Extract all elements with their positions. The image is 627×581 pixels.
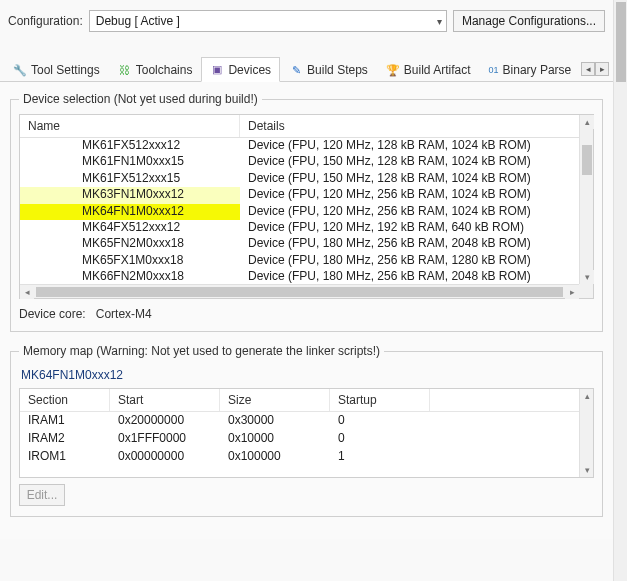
mem-cell: 0x00000000 [110, 448, 220, 466]
mem-col-start[interactable]: Start [110, 389, 220, 411]
mem-col-size[interactable]: Size [220, 389, 330, 411]
device-name-cell: MK64FX512xxx12 [20, 220, 240, 236]
device-col-details[interactable]: Details [240, 115, 593, 137]
window-vertical-scrollbar[interactable] [613, 0, 627, 581]
device-details-cell: Device (FPU, 120 MHz, 128 kB RAM, 1024 k… [240, 138, 593, 154]
device-name-cell: MK65FX1M0xxx18 [20, 253, 240, 269]
chip-icon: ▣ [210, 63, 224, 77]
mem-cell: 0x30000 [220, 412, 330, 430]
table-row[interactable]: IRAM10x200000000x300000 [20, 412, 593, 430]
device-name-cell: MK61FN1M0xxx15 [20, 154, 240, 170]
table-row[interactable]: MK63FN1M0xxx12Device (FPU, 120 MHz, 256 … [20, 187, 593, 203]
memory-vertical-scrollbar[interactable]: ▴ ▾ [579, 389, 593, 477]
mem-cell: 0 [330, 412, 430, 430]
device-rows: MK61FX512xxx12Device (FPU, 120 MHz, 128 … [20, 138, 593, 286]
device-core-row: Device core: Cortex-M4 [19, 307, 594, 321]
edit-button[interactable]: Edit... [19, 484, 65, 506]
device-details-cell: Device (FPU, 120 MHz, 256 kB RAM, 1024 k… [240, 204, 593, 220]
device-core-label: Device core: [19, 307, 86, 321]
mem-col-section[interactable]: Section [20, 389, 110, 411]
scroll-left-icon[interactable]: ◂ [20, 285, 34, 299]
tab-scroll-right-button[interactable]: ▸ [595, 62, 609, 76]
device-details-cell: Device (FPU, 150 MHz, 128 kB RAM, 1024 k… [240, 171, 593, 187]
mem-cell [430, 448, 593, 466]
memory-rows: IRAM10x200000000x300000IRAM20x1FFF00000x… [20, 412, 593, 466]
table-row[interactable]: MK61FN1M0xxx15Device (FPU, 150 MHz, 128 … [20, 154, 593, 170]
device-details-cell: Device (FPU, 150 MHz, 128 kB RAM, 1024 k… [240, 154, 593, 170]
tab-build-steps[interactable]: ✎ Build Steps [280, 57, 377, 82]
mem-cell [430, 430, 593, 448]
mem-cell: 0x10000 [220, 430, 330, 448]
wrench-icon: 🔧 [13, 63, 27, 77]
device-core-value: Cortex-M4 [96, 307, 152, 321]
scroll-thumb[interactable] [616, 2, 626, 82]
device-vertical-scrollbar[interactable]: ▴ ▾ [579, 115, 593, 284]
scroll-thumb[interactable] [582, 145, 592, 175]
tab-tool-settings[interactable]: 🔧 Tool Settings [4, 57, 109, 82]
chain-icon: ⛓ [118, 63, 132, 77]
device-col-name[interactable]: Name [20, 115, 240, 137]
chevron-down-icon: ▾ [437, 16, 442, 27]
device-horizontal-scrollbar[interactable]: ◂ ▸ [20, 284, 579, 298]
binary-icon: 01 [489, 63, 499, 77]
configuration-select[interactable]: Debug [ Active ] ▾ [89, 10, 447, 32]
tabs-row: 🔧 Tool Settings ⛓ Toolchains ▣ Devices ✎… [0, 56, 613, 82]
memory-map-group: Memory map (Warning: Not yet used to gen… [10, 344, 603, 517]
tab-nav: ◂ ▸ [581, 62, 609, 76]
manage-configurations-button[interactable]: Manage Configurations... [453, 10, 605, 32]
scroll-up-icon[interactable]: ▴ [580, 389, 594, 403]
mem-cell: 0 [330, 430, 430, 448]
memory-map-device: MK64FN1M0xxx12 [21, 368, 594, 382]
scroll-down-icon[interactable]: ▾ [580, 463, 594, 477]
table-row[interactable]: MK64FN1M0xxx12Device (FPU, 120 MHz, 256 … [20, 204, 593, 220]
tab-scroll-left-button[interactable]: ◂ [581, 62, 595, 76]
device-selection-group: Device selection (Not yet used during bu… [10, 92, 603, 332]
table-row[interactable]: MK65FN2M0xxx18Device (FPU, 180 MHz, 256 … [20, 236, 593, 252]
mem-cell: IROM1 [20, 448, 110, 466]
mem-cell: 0x100000 [220, 448, 330, 466]
device-name-cell: MK65FN2M0xxx18 [20, 236, 240, 252]
mem-cell [430, 412, 593, 430]
device-table-header: Name Details [20, 115, 593, 138]
table-row[interactable]: IROM10x000000000x1000001 [20, 448, 593, 466]
memory-table-header: Section Start Size Startup [20, 389, 593, 412]
scroll-thumb[interactable] [36, 287, 563, 297]
mem-cell: 1 [330, 448, 430, 466]
table-row[interactable]: IRAM20x1FFF00000x100000 [20, 430, 593, 448]
device-name-cell: MK64FN1M0xxx12 [20, 204, 240, 220]
memory-map-legend: Memory map (Warning: Not yet used to gen… [19, 344, 384, 358]
scroll-right-icon[interactable]: ▸ [565, 285, 579, 299]
tab-devices[interactable]: ▣ Devices [201, 57, 280, 82]
table-row[interactable]: MK61FX512xxx12Device (FPU, 120 MHz, 128 … [20, 138, 593, 154]
device-table: Name Details MK61FX512xxx12Device (FPU, … [19, 114, 594, 299]
mem-col-startup[interactable]: Startup [330, 389, 430, 411]
memory-table: Section Start Size Startup IRAM10x200000… [19, 388, 594, 478]
tab-binary-parsers[interactable]: 01 Binary Parsers [480, 57, 572, 82]
trophy-icon: 🏆 [386, 63, 400, 77]
device-selection-legend: Device selection (Not yet used during bu… [19, 92, 262, 106]
mem-col-rest [430, 389, 593, 411]
wand-icon: ✎ [289, 63, 303, 77]
mem-cell: IRAM1 [20, 412, 110, 430]
mem-cell: 0x20000000 [110, 412, 220, 430]
scroll-down-icon[interactable]: ▾ [580, 270, 594, 284]
scroll-up-icon[interactable]: ▴ [580, 115, 594, 129]
tab-build-artifact[interactable]: 🏆 Build Artifact [377, 57, 480, 82]
device-details-cell: Device (FPU, 180 MHz, 256 kB RAM, 1280 k… [240, 253, 593, 269]
device-name-cell: MK61FX512xxx15 [20, 171, 240, 187]
device-name-cell: MK61FX512xxx12 [20, 138, 240, 154]
mem-cell: IRAM2 [20, 430, 110, 448]
configuration-row: Configuration: Debug [ Active ] ▾ Manage… [0, 0, 613, 56]
configuration-value: Debug [ Active ] [96, 14, 180, 28]
devices-panel: Device selection (Not yet used during bu… [0, 82, 613, 539]
device-name-cell: MK63FN1M0xxx12 [20, 187, 240, 203]
table-row[interactable]: MK64FX512xxx12Device (FPU, 120 MHz, 192 … [20, 220, 593, 236]
table-row[interactable]: MK65FX1M0xxx18Device (FPU, 180 MHz, 256 … [20, 253, 593, 269]
mem-cell: 0x1FFF0000 [110, 430, 220, 448]
table-row[interactable]: MK61FX512xxx15Device (FPU, 150 MHz, 128 … [20, 171, 593, 187]
configuration-label: Configuration: [8, 14, 83, 28]
device-details-cell: Device (FPU, 180 MHz, 256 kB RAM, 2048 k… [240, 236, 593, 252]
tab-toolchains[interactable]: ⛓ Toolchains [109, 57, 202, 82]
device-details-cell: Device (FPU, 120 MHz, 192 kB RAM, 640 kB… [240, 220, 593, 236]
scroll-corner [579, 284, 593, 298]
